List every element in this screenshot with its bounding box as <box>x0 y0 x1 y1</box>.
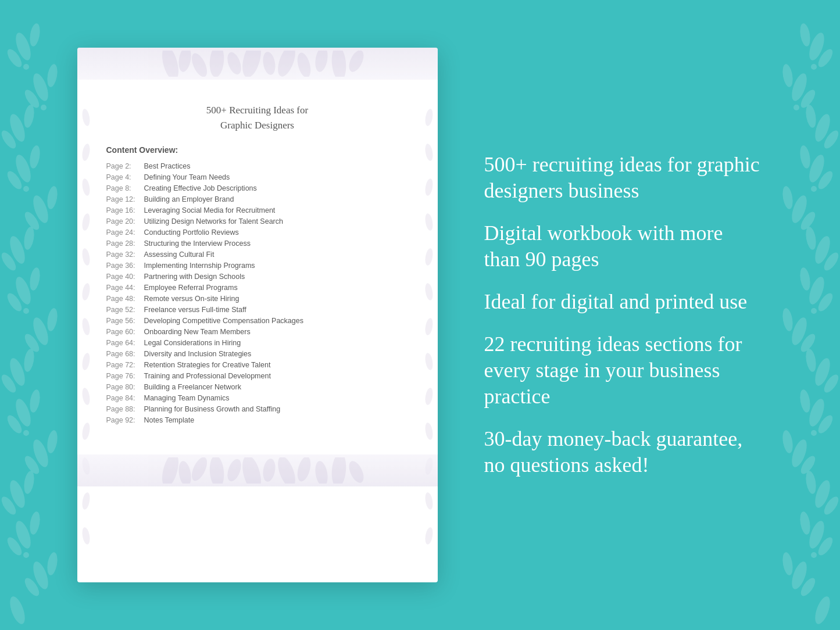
toc-item-title: Best Practices <box>144 162 191 170</box>
table-of-contents-item: Page 44:Employee Referral Programs <box>106 282 409 293</box>
right-content: 500+ recruiting ideas for graphic design… <box>473 152 763 478</box>
toc-item-title: Managing Team Dynamics <box>144 394 230 402</box>
toc-item-title: Partnering with Design Schools <box>144 273 245 281</box>
table-of-contents-item: Page 52:Freelance versus Full-time Staff <box>106 304 409 315</box>
svg-point-147 <box>346 459 366 484</box>
table-of-contents-item: Page 68:Diversity and Inclusion Strategi… <box>106 348 409 359</box>
toc-item-title: Conducting Portfolio Reviews <box>144 228 239 237</box>
toc-item-title: Employee Referral Programs <box>144 284 238 292</box>
toc-page-number: Page 28: <box>106 239 144 248</box>
svg-point-146 <box>330 457 347 484</box>
table-of-contents-item: Page 84:Managing Team Dynamics <box>106 392 409 403</box>
table-of-contents-item: Page 4:Defining Your Team Needs <box>106 171 409 182</box>
table-of-contents-item: Page 8:Creating Effective Job Descriptio… <box>106 182 409 194</box>
toc-item-title: Diversity and Inclusion Strategies <box>144 350 252 358</box>
toc-item-title: Training and Professional Development <box>144 372 271 380</box>
toc-page-number: Page 84: <box>106 394 144 402</box>
toc-page-number: Page 48: <box>106 295 144 303</box>
toc-page-number: Page 72: <box>106 361 144 369</box>
toc-item-title: Freelance versus Full-time Staff <box>144 306 246 314</box>
svg-point-100 <box>188 51 210 77</box>
table-of-contents-item: Page 12:Building an Employer Brand <box>106 194 409 205</box>
table-of-contents-item: Page 92:Notes Template <box>106 414 409 425</box>
svg-point-101 <box>208 51 225 77</box>
toc-item-title: Developing Competitive Compensation Pack… <box>144 317 303 325</box>
table-of-contents-item: Page 56:Developing Competitive Compensat… <box>106 315 409 326</box>
table-of-contents-item: Page 28:Structuring the Interview Proces… <box>106 238 409 249</box>
toc-item-title: Defining Your Team Needs <box>144 173 230 181</box>
toc-page-number: Page 88: <box>106 405 144 413</box>
toc-item-title: Notes Template <box>144 416 195 424</box>
toc-page-number: Page 52: <box>106 306 144 314</box>
table-of-contents-item: Page 32:Assessing Cultural Fit <box>106 249 409 260</box>
toc-page-number: Page 20: <box>106 217 144 225</box>
svg-point-144 <box>295 457 313 483</box>
svg-point-108 <box>330 51 347 77</box>
feature-text-3: Ideal for digital and printed use <box>484 289 763 315</box>
toc-page-number: Page 44: <box>106 284 144 292</box>
toc-page-number: Page 76: <box>106 372 144 380</box>
toc-page-number: Page 36: <box>106 262 144 270</box>
svg-point-102 <box>224 51 243 76</box>
table-of-contents-item: Page 24:Conducting Portfolio Reviews <box>106 227 409 238</box>
toc-item-title: Onboarding New Team Members <box>144 328 251 336</box>
toc-item-title: Planning for Business Growth and Staffin… <box>144 405 281 413</box>
svg-point-134 <box>424 492 434 510</box>
toc-page-number: Page 24: <box>106 228 144 237</box>
svg-point-99 <box>177 51 192 73</box>
document-content: 500+ Recruiting Ideas for Graphic Design… <box>77 85 438 449</box>
toc-page-number: Page 4: <box>106 173 144 181</box>
svg-point-103 <box>239 51 264 77</box>
document-bottom-decoration <box>77 454 438 486</box>
toc-item-title: Building an Employer Brand <box>144 195 234 203</box>
toc-page-number: Page 56: <box>106 317 144 325</box>
toc-page-number: Page 16: <box>106 206 144 214</box>
toc-item-title: Building a Freelancer Network <box>144 383 241 391</box>
table-of-contents-item: Page 64:Legal Considerations in Hiring <box>106 337 409 348</box>
svg-point-137 <box>177 460 192 484</box>
document-container: 500+ Recruiting Ideas for Graphic Design… <box>77 48 438 582</box>
toc-page-number: Page 64: <box>106 339 144 347</box>
svg-point-107 <box>313 51 329 73</box>
toc-page-number: Page 92: <box>106 416 144 424</box>
toc-page-number: Page 68: <box>106 350 144 358</box>
table-of-contents-item: Page 72:Retention Strategies for Creativ… <box>106 359 409 370</box>
toc-item-title: Structuring the Interview Process <box>144 239 251 248</box>
svg-point-98 <box>159 51 181 77</box>
toc-item-title: Remote versus On-site Hiring <box>144 295 240 303</box>
svg-point-139 <box>208 457 225 484</box>
main-layout: 500+ Recruiting Ideas for Graphic Design… <box>0 0 840 630</box>
table-of-contents-item: Page 80:Building a Freelancer Network <box>106 381 409 392</box>
table-of-contents-item: Page 48:Remote versus On-site Hiring <box>106 293 409 304</box>
toc-item-title: Assessing Cultural Fit <box>144 250 215 259</box>
toc-item-title: Implementing Internship Programs <box>144 262 255 270</box>
toc-item-title: Utilizing Design Networks for Talent Sea… <box>144 217 283 225</box>
content-overview-label: Content Overview: <box>106 145 409 155</box>
document-title: 500+ Recruiting Ideas for Graphic Design… <box>106 103 409 133</box>
feature-text-4: 22 recruiting ideas sections for every s… <box>484 331 763 410</box>
toc-item-title: Leveraging Social Media for Recruitment <box>144 206 276 214</box>
table-of-contents-item: Page 40:Partnering with Design Schools <box>106 271 409 282</box>
toc-page-number: Page 60: <box>106 328 144 336</box>
svg-point-135 <box>424 527 434 545</box>
table-of-contents-item: Page 60:Onboarding New Team Members <box>106 326 409 337</box>
feature-text-1: 500+ recruiting ideas for graphic design… <box>484 152 763 204</box>
feature-text-2: Digital workbook with more than 90 pages <box>484 220 763 273</box>
toc-item-title: Creating Effective Job Descriptions <box>144 184 257 192</box>
svg-point-122 <box>81 527 91 545</box>
svg-point-104 <box>261 51 277 76</box>
svg-point-145 <box>313 460 329 484</box>
table-of-contents-item: Page 16:Leveraging Social Media for Recr… <box>106 205 409 216</box>
svg-point-141 <box>239 457 264 484</box>
toc-item-title: Legal Considerations in Hiring <box>144 339 241 347</box>
svg-point-136 <box>159 457 181 484</box>
table-of-contents: Page 2:Best PracticesPage 4:Defining You… <box>106 160 409 425</box>
table-of-contents-item: Page 88:Planning for Business Growth and… <box>106 403 409 414</box>
svg-point-121 <box>81 492 91 510</box>
svg-point-140 <box>224 457 243 483</box>
table-of-contents-item: Page 2:Best Practices <box>106 160 409 171</box>
svg-point-105 <box>274 51 299 77</box>
svg-point-142 <box>261 458 277 483</box>
toc-page-number: Page 12: <box>106 195 144 203</box>
document-top-decoration <box>77 48 438 80</box>
